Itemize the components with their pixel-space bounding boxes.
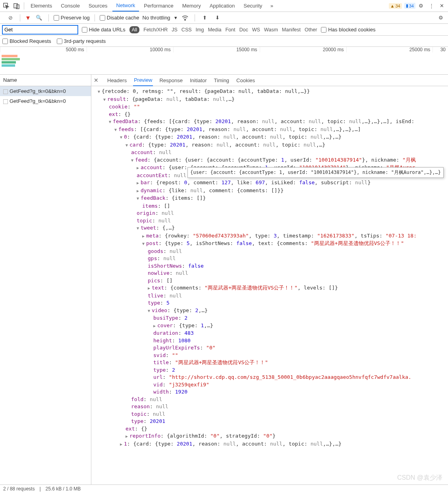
filter-js[interactable]: JS: [172, 27, 178, 33]
info-badge[interactable]: ▮ 34: [404, 3, 415, 9]
tab-elements[interactable]: Elements: [27, 0, 56, 11]
network-toolbar: ⊘ ▼ 🔍 Preserve log Disable cache No thro…: [0, 12, 448, 24]
tab-preview[interactable]: Preview: [133, 75, 153, 86]
request-row[interactable]: GetFeed?g_tk=0&bkn=0: [0, 86, 91, 96]
tab-network[interactable]: Network: [112, 0, 139, 12]
name-column-header[interactable]: Name: [0, 75, 91, 86]
third-party-checkbox[interactable]: 3rd-party requests: [57, 38, 106, 44]
tab-response[interactable]: Response: [158, 75, 183, 86]
close-detail-icon[interactable]: ✕: [94, 77, 98, 83]
filter-input[interactable]: [2, 25, 78, 34]
filter-bar-2: Blocked Requests 3rd-party requests: [0, 36, 448, 47]
filter-css[interactable]: CSS: [182, 27, 192, 33]
filter-other[interactable]: Other: [305, 27, 317, 33]
upload-icon[interactable]: ⬆: [200, 13, 209, 23]
download-icon[interactable]: ⬇: [212, 13, 222, 23]
tab-timing[interactable]: Timing: [213, 75, 230, 86]
inspect-icon[interactable]: [2, 1, 11, 11]
tab-application[interactable]: Application: [206, 0, 239, 11]
tab-headers[interactable]: Headers: [106, 75, 127, 86]
warning-badge[interactable]: ▲ 34: [389, 3, 402, 9]
filter-wasm[interactable]: Wasm: [264, 27, 278, 33]
filter-img[interactable]: Img: [196, 27, 204, 33]
settings-icon[interactable]: ⚙: [436, 13, 446, 23]
blocked-requests-checkbox[interactable]: Blocked Requests: [2, 38, 51, 44]
status-size: 25.6 kB / 1.0 MB: [46, 486, 81, 493]
tab-initiator[interactable]: Initiator: [189, 75, 208, 86]
tab-cookies[interactable]: Cookies: [236, 75, 256, 86]
json-preview[interactable]: ▼{retcode: 0, retmsg: "", result: {pageD…: [91, 86, 448, 484]
has-blocked-cookies-checkbox[interactable]: Has blocked cookies: [321, 27, 375, 33]
request-list: Name GetFeed?g_tk=0&bkn=0 GetFeed?g_tk=0…: [0, 75, 91, 484]
gear-icon[interactable]: ⚙: [416, 1, 426, 11]
tab-console[interactable]: Console: [57, 0, 84, 11]
tab-sources[interactable]: Sources: [85, 0, 112, 11]
device-toggle-icon[interactable]: [12, 1, 21, 11]
tab-security[interactable]: Security: [239, 0, 266, 11]
status-bar: 2 / 88 requests | 25.6 kB / 1.0 MB: [0, 484, 448, 494]
detail-tabbar: ✕ Headers Preview Response Initiator Tim…: [91, 75, 448, 86]
hover-tooltip: {user: {account: {accountType: 1, userId…: [187, 167, 444, 178]
tab-performance[interactable]: Performance: [140, 0, 177, 11]
filter-manifest[interactable]: Manifest: [282, 27, 301, 33]
more-tabs-icon[interactable]: »: [267, 1, 276, 11]
filter-media[interactable]: Media: [208, 27, 221, 33]
svg-rect-1: [14, 4, 17, 8]
search-icon[interactable]: 🔍: [34, 13, 44, 23]
clear-button[interactable]: ⊘: [6, 13, 15, 23]
filter-all[interactable]: All: [129, 26, 139, 33]
wifi-icon[interactable]: [180, 13, 190, 23]
throttling-select[interactable]: No throttling ▾: [143, 15, 178, 21]
separator: [24, 2, 24, 10]
request-row[interactable]: GetFeed?g_tk=0&bkn=0: [0, 96, 91, 106]
preserve-log-checkbox[interactable]: Preserve log: [54, 15, 90, 21]
hide-data-urls-checkbox[interactable]: Hide data URLs: [82, 27, 126, 33]
close-icon[interactable]: ✕: [437, 1, 446, 11]
devtools-tabbar: Elements Console Sources Network Perform…: [0, 0, 448, 12]
filter-toggle-icon[interactable]: ▼: [25, 14, 31, 21]
filter-fetchxhr[interactable]: Fetch/XHR: [143, 27, 168, 33]
disable-cache-checkbox[interactable]: Disable cache: [100, 15, 139, 21]
filter-doc[interactable]: Doc: [239, 27, 248, 33]
filter-font[interactable]: Font: [225, 27, 235, 33]
timeline-overview[interactable]: 5000 ms10000 ms15000 ms 20000 ms25000 ms…: [0, 47, 448, 75]
kebab-icon[interactable]: ⋮: [427, 1, 436, 11]
detail-pane: ✕ Headers Preview Response Initiator Tim…: [91, 75, 448, 484]
status-requests: 2 / 88 requests: [3, 486, 35, 493]
timeline-bars: [2, 55, 20, 67]
main-split: Name GetFeed?g_tk=0&bkn=0 GetFeed?g_tk=0…: [0, 75, 448, 484]
tab-memory[interactable]: Memory: [178, 0, 205, 11]
svg-point-3: [185, 19, 185, 20]
filter-ws[interactable]: WS: [252, 27, 260, 33]
timeline-ticks: 5000 ms10000 ms15000 ms 20000 ms25000 ms…: [0, 47, 448, 52]
filter-bar: Hide data URLs All Fetch/XHR JS CSS Img …: [0, 24, 448, 36]
